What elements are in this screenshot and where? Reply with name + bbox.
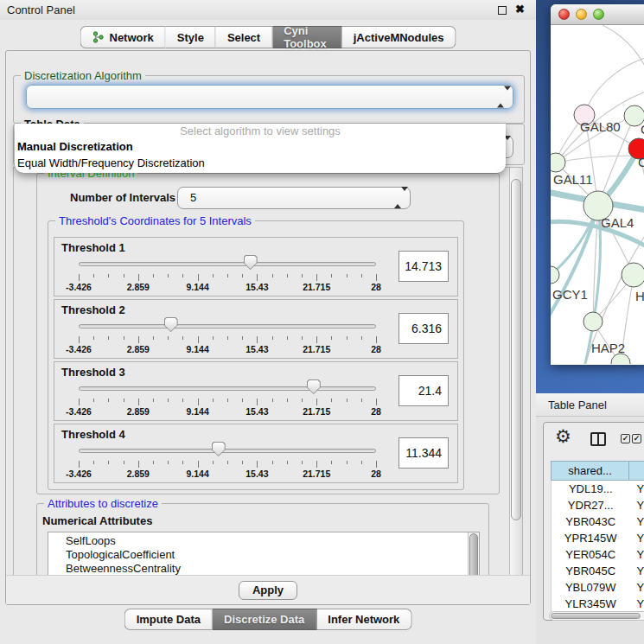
threshold-slider-track[interactable] — [79, 262, 376, 266]
threshold-slider-track[interactable] — [79, 386, 376, 391]
slider-tick — [347, 274, 348, 277]
scrollbar-thumb[interactable] — [469, 533, 478, 577]
close-panel-icon[interactable]: ✖ — [515, 3, 525, 16]
tab-impute-data[interactable]: Impute Data — [124, 609, 213, 630]
cell-name[interactable]: YPR1 — [629, 530, 644, 546]
tab-discretize-data[interactable]: Discretize Data — [213, 609, 316, 630]
network-canvas[interactable]: GAL80GACGAL11GAL4GCY1HHAP2 — [551, 25, 644, 364]
gear-icon[interactable]: ⚙ — [555, 426, 571, 447]
cell-shared-name[interactable]: YPR145W — [552, 530, 629, 546]
cell-shared-name[interactable]: YER054C — [552, 546, 629, 563]
cell-name[interactable]: YDL1 — [629, 481, 644, 497]
table-panel-title: Table Panel — [536, 393, 644, 417]
threshold-value-field[interactable]: 21.4 — [399, 375, 449, 406]
minimize-window-icon[interactable] — [576, 9, 587, 20]
network-node[interactable] — [551, 153, 565, 172]
slider-tick — [227, 461, 228, 464]
cell-shared-name[interactable]: YLR345W — [552, 596, 629, 612]
slider-tick-label: -3.426 — [66, 282, 92, 292]
threshold-value-field[interactable]: 6.316 — [399, 313, 449, 344]
network-view-window[interactable]: GAL80GACGAL11GAL4GCY1HHAP2 — [551, 4, 644, 365]
threshold-value-field[interactable]: 14.713 — [399, 251, 449, 282]
popup-item-equal-width-frequency[interactable]: Equal Width/Frequency Discretization — [15, 155, 506, 171]
cell-name[interactable]: YBL0 — [629, 579, 644, 596]
algorithm-combobox[interactable] — [26, 85, 513, 109]
slider-tick — [227, 336, 228, 340]
tab-cyni-toolbox[interactable]: Cyni Toolbox — [272, 26, 342, 48]
vertical-scrollbar[interactable] — [509, 168, 522, 576]
cell-shared-name[interactable]: YBR043C — [552, 513, 629, 530]
attribute-item[interactable]: BetweennessCentrality — [66, 562, 479, 576]
float-panel-icon[interactable] — [498, 6, 507, 15]
split-columns-icon[interactable] — [590, 432, 606, 446]
slider-tick — [124, 274, 124, 277]
cell-name[interactable]: YER0 — [629, 546, 644, 563]
table-row[interactable]: YBL079WYBL0 — [552, 579, 644, 596]
threshold-slider-thumb[interactable] — [164, 317, 178, 332]
slider-tick — [272, 461, 273, 464]
slider-tick — [227, 274, 228, 277]
checkbox-icon[interactable]: ✓ — [621, 434, 630, 443]
zoom-window-icon[interactable] — [593, 9, 604, 20]
threshold-slider-track[interactable] — [79, 324, 376, 328]
column-header-name[interactable]: na — [629, 461, 644, 481]
cell-shared-name[interactable]: YDL19... — [552, 481, 629, 497]
cell-name[interactable]: YBR0 — [629, 563, 644, 579]
threshold-slider-thumb[interactable] — [212, 442, 226, 456]
tab-label: Infer Network — [328, 613, 399, 626]
cell-shared-name[interactable]: YDR27... — [552, 497, 629, 513]
horizontal-scrollbar[interactable] — [549, 611, 644, 621]
threshold-value-field[interactable]: 11.344 — [399, 437, 449, 469]
network-icon — [92, 31, 105, 43]
numerical-attributes-list[interactable]: SelfLoopsTopologicalCoefficientBetweenne… — [48, 532, 480, 577]
threshold-slider-track[interactable] — [79, 449, 376, 453]
cell-name[interactable]: YBR0 — [629, 513, 644, 530]
slider-tick — [376, 274, 377, 281]
attribute-item[interactable]: SelfLoops — [66, 534, 479, 548]
cell-shared-name[interactable]: YBL079W — [552, 579, 629, 596]
column-header-shared[interactable]: shared... — [551, 461, 629, 481]
network-node[interactable] — [622, 263, 644, 287]
network-node[interactable] — [583, 312, 603, 331]
slider-tick — [347, 399, 348, 402]
table-row[interactable]: YDL19...YDL1 — [552, 481, 644, 497]
close-window-icon[interactable] — [558, 9, 570, 20]
tab-network[interactable]: Network — [80, 26, 166, 48]
cell-shared-name[interactable]: YBR045C — [552, 563, 629, 579]
table-row[interactable]: YER054CYER0 — [552, 546, 644, 563]
slider-tick — [153, 274, 154, 277]
cell-name[interactable]: YDR2 — [629, 497, 644, 513]
apply-button[interactable]: Apply — [239, 581, 297, 600]
table-row[interactable]: YBR043CYBR0 — [552, 513, 644, 530]
slider-tick — [124, 336, 124, 340]
tab-jactivemnodules[interactable]: jActiveMNodules — [342, 26, 456, 48]
stepper-arrows-icon — [497, 91, 505, 104]
bottom-tabbar: Impute Data Discretize Data Infer Networ… — [124, 609, 412, 630]
slider-tick — [168, 336, 169, 340]
slider-tick — [242, 399, 243, 402]
table-row[interactable]: YPR145WYPR1 — [552, 530, 644, 546]
scrollbar-thumb[interactable] — [511, 179, 521, 520]
scrollbar-thumb[interactable] — [551, 613, 641, 619]
tab-select[interactable]: Select — [216, 26, 272, 48]
slider-tick — [168, 399, 169, 402]
network-window-titlebar[interactable] — [551, 4, 644, 25]
checkbox-icon[interactable]: ✓ — [632, 434, 641, 443]
tab-label: Discretize Data — [224, 613, 304, 626]
slider-tick — [153, 461, 154, 464]
list-scrollbar[interactable] — [468, 532, 479, 577]
slider-tick — [272, 274, 273, 277]
popup-item-manual-discretization[interactable]: Manual Discretization — [15, 138, 506, 155]
table-row[interactable]: YBR045CYBR0 — [552, 563, 644, 579]
threshold-slider-thumb[interactable] — [307, 379, 321, 394]
threshold-slider-thumb[interactable] — [244, 255, 258, 270]
table-row[interactable]: YLR345WYLR3 — [552, 596, 644, 612]
number-of-intervals-combobox[interactable]: 5 — [177, 187, 411, 209]
table-row[interactable]: YDR27...YDR2 — [552, 497, 644, 513]
tab-label: jActiveMNodules — [354, 31, 444, 44]
attribute-item[interactable]: TopologicalCoefficient — [66, 548, 479, 562]
cell-name[interactable]: YLR3 — [629, 596, 644, 612]
attribute-items: SelfLoopsTopologicalCoefficientBetweenne… — [66, 534, 479, 576]
tab-style[interactable]: Style — [166, 26, 216, 48]
tab-infer-network[interactable]: Infer Network — [316, 609, 411, 630]
